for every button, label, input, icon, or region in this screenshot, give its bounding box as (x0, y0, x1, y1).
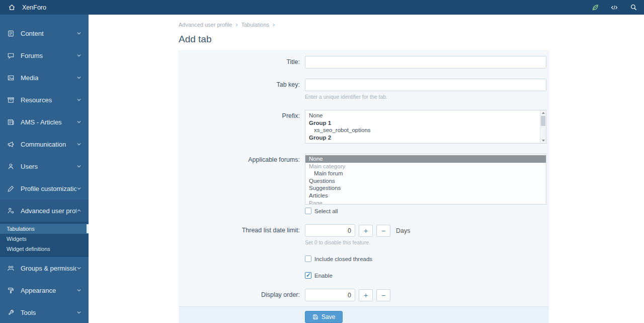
scrollbar-thumb[interactable] (541, 116, 545, 126)
sidebar-item-forums[interactable]: Forums (0, 44, 89, 67)
chevron-down-icon (76, 142, 82, 147)
breadcrumb-link-advanced-user-profile[interactable]: Advanced user profile (179, 22, 232, 28)
sidebar-item-media[interactable]: Media (0, 67, 89, 89)
date-limit-label: Thread list date limit: (179, 224, 305, 245)
chevron-down-icon (76, 310, 82, 315)
applicable-forums-label: Applicable forums: (179, 154, 305, 214)
prefix-option-group[interactable]: Group 2 (305, 134, 546, 142)
form-row-title: Title: (179, 51, 548, 74)
form-row-enable: Enable (179, 267, 548, 284)
sidebar-item-label: Profile customization (21, 185, 76, 192)
enable-checkbox[interactable] (305, 272, 311, 279)
title-input[interactable] (305, 56, 546, 69)
form-row-prefix: Prefix: None Group 1 xs_seo_robot_option… (179, 105, 548, 149)
sidebar-item-profile-customization[interactable]: Profile customization (0, 177, 89, 200)
sidebar-subitem-widget-definitions[interactable]: Widget definitions (0, 244, 89, 254)
breadcrumb-separator-icon: › (235, 21, 237, 28)
chevron-down-icon (76, 53, 82, 58)
sidebar-item-users[interactable]: Users (0, 155, 89, 177)
display-order-decrease-button[interactable]: − (376, 289, 390, 301)
advanced-user-profile-submenu: Tabulations Widgets Widget definitions (0, 222, 89, 257)
home-button[interactable] (6, 2, 17, 13)
form-footer: Save (179, 306, 548, 323)
enable-label: Enable (314, 273, 333, 279)
chevron-down-icon (76, 288, 82, 293)
prefix-option-group[interactable]: Group 1 (305, 119, 546, 127)
user-gear-icon (7, 207, 15, 215)
tab-key-label: Tab key: (179, 79, 305, 100)
breadcrumb-link-tabulations[interactable]: Tabulations (241, 22, 269, 28)
sidebar-item-tools[interactable]: Tools (0, 301, 89, 323)
scrollbar-down-arrow-icon[interactable] (540, 138, 546, 143)
forum-option[interactable]: Questions (305, 177, 546, 185)
newspaper-icon (7, 118, 15, 126)
pen-icon (7, 184, 15, 192)
tab-key-input[interactable] (305, 79, 546, 91)
display-order-input[interactable] (305, 289, 355, 301)
date-limit-input[interactable] (305, 224, 355, 237)
breadcrumb-separator-icon: › (273, 21, 275, 28)
scrollbar-up-arrow-icon[interactable] (540, 110, 546, 115)
sidebar-subitem-widgets[interactable]: Widgets (0, 234, 89, 244)
subitem-label: Widget definitions (7, 246, 50, 252)
chevron-down-icon (76, 97, 82, 102)
breadcrumb: Advanced user profile › Tabulations › (179, 21, 644, 28)
addon-icon (591, 4, 599, 12)
date-limit-increase-button[interactable]: + (359, 225, 373, 237)
code-icon (610, 4, 618, 11)
form-row-date-limit: Thread list date limit: + − Days Set 0 t… (179, 219, 548, 250)
page-title: Add tab (179, 34, 644, 45)
sidebar-item-label: AMS - Articles (21, 118, 62, 126)
title-label: Title: (179, 56, 305, 69)
subitem-label: Tabulations (7, 226, 35, 232)
sidebar-item-label: Tools (21, 309, 36, 316)
sidebar: Content Forums Media Resources AMS - Art… (0, 15, 89, 323)
media-icon (7, 74, 15, 82)
code-button[interactable] (610, 3, 619, 12)
chevron-up-icon (76, 208, 82, 213)
sidebar-item-communication[interactable]: Communication (0, 133, 89, 155)
save-button[interactable]: Save (305, 311, 343, 323)
sidebar-item-label: Communication (21, 141, 66, 148)
search-icon (630, 4, 637, 11)
form-row-applicable-forums: Applicable forums: None Main category Ma… (179, 149, 548, 219)
sidebar-subitem-tabulations[interactable]: Tabulations (0, 224, 89, 234)
subitem-label: Widgets (7, 236, 27, 242)
sidebar-item-ams-articles[interactable]: AMS - Articles (0, 111, 89, 133)
paint-roller-icon (7, 286, 15, 294)
display-order-increase-button[interactable]: + (359, 289, 373, 301)
chevron-down-icon (76, 75, 82, 80)
prefix-select[interactable]: None Group 1 xs_seo_robot_options Group … (305, 110, 546, 144)
sidebar-item-appearance[interactable]: Appearance (0, 279, 89, 301)
select-all-checkbox[interactable] (305, 208, 311, 214)
sidebar-item-resources[interactable]: Resources (0, 89, 89, 111)
users-group-icon (7, 264, 15, 272)
sidebar-item-label: Appearance (21, 287, 56, 294)
save-button-label: Save (321, 313, 335, 320)
sidebar-item-advanced-user-profile[interactable]: Advanced user profile (0, 200, 89, 222)
megaphone-icon (7, 140, 15, 148)
prefix-option[interactable]: None (305, 112, 546, 119)
forum-option[interactable]: Articles (305, 192, 546, 200)
scrollbar[interactable] (540, 110, 546, 143)
sidebar-item-content[interactable]: Content (0, 22, 89, 44)
sidebar-item-groups-permissions[interactable]: Groups & permissions (0, 257, 89, 279)
form-row-tab-key: Tab key: Enter a unique identifier for t… (179, 74, 548, 105)
include-closed-threads-label: Include closed threads (314, 256, 372, 262)
addon-button[interactable] (591, 3, 600, 12)
brand-title[interactable]: XenForo (22, 4, 46, 11)
forum-option[interactable]: Main forum (305, 170, 546, 177)
prefix-option[interactable]: xs_seo_robot_options (305, 126, 546, 134)
forum-option[interactable]: Suggestions (305, 184, 546, 192)
date-limit-decrease-button[interactable]: − (376, 225, 390, 237)
sidebar-item-label: Resources (21, 96, 52, 104)
content-icon (7, 29, 15, 37)
forum-option-selected[interactable]: None (305, 155, 546, 163)
date-limit-unit-label: Days (396, 227, 410, 234)
select-all-label: Select all (314, 208, 338, 214)
forum-option[interactable]: Main category (305, 163, 546, 170)
include-closed-threads-checkbox[interactable] (305, 255, 311, 262)
forum-option[interactable]: Page (305, 200, 546, 205)
applicable-forums-select[interactable]: None Main category Main forum Questions … (305, 154, 546, 205)
search-button[interactable] (629, 3, 638, 12)
